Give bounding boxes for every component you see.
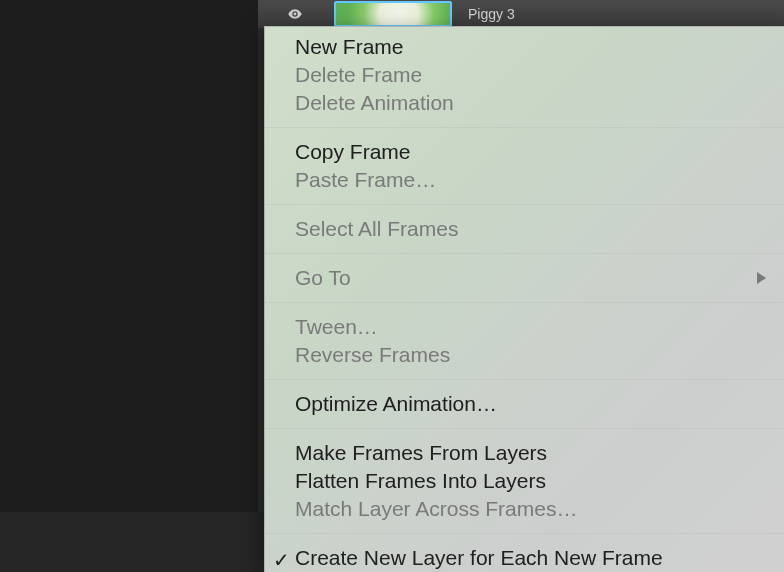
menu-item-tween[interactable]: Tween… bbox=[265, 313, 784, 341]
canvas-area bbox=[0, 0, 258, 512]
layers-row: Piggy 3 bbox=[258, 0, 784, 28]
menu-separator bbox=[265, 379, 784, 380]
menu-item-go-to[interactable]: Go To bbox=[265, 264, 784, 292]
menu-item-paste-frame[interactable]: Paste Frame… bbox=[265, 166, 784, 194]
app-root: Piggy 3 New Frame Delete Frame Delete An… bbox=[0, 0, 784, 572]
menu-item-delete-frame[interactable]: Delete Frame bbox=[265, 61, 784, 89]
layer-thumbnail[interactable] bbox=[334, 1, 452, 27]
menu-item-optimize-animation[interactable]: Optimize Animation… bbox=[265, 390, 784, 418]
menu-item-copy-frame[interactable]: Copy Frame bbox=[265, 138, 784, 166]
timeline-flyout-menu: New Frame Delete Frame Delete Animation … bbox=[264, 26, 784, 572]
menu-item-new-frame[interactable]: New Frame bbox=[265, 33, 784, 61]
menu-separator bbox=[265, 204, 784, 205]
submenu-arrow-icon bbox=[757, 272, 766, 284]
checkmark-icon: ✓ bbox=[273, 546, 290, 572]
menu-item-match-layer-across-frames[interactable]: Match Layer Across Frames… bbox=[265, 495, 784, 523]
menu-separator bbox=[265, 127, 784, 128]
menu-item-flatten-frames-into-layers[interactable]: Flatten Frames Into Layers bbox=[265, 467, 784, 495]
layer-name-label[interactable]: Piggy 3 bbox=[468, 6, 515, 22]
eye-icon bbox=[287, 6, 303, 22]
menu-separator bbox=[265, 533, 784, 534]
menu-item-label: Create New Layer for Each New Frame bbox=[295, 546, 663, 569]
menu-item-make-frames-from-layers[interactable]: Make Frames From Layers bbox=[265, 439, 784, 467]
menu-item-delete-animation[interactable]: Delete Animation bbox=[265, 89, 784, 117]
menu-item-label: Go To bbox=[295, 266, 351, 289]
menu-item-create-new-layer-each-frame[interactable]: ✓ Create New Layer for Each New Frame bbox=[265, 544, 784, 572]
menu-item-select-all-frames[interactable]: Select All Frames bbox=[265, 215, 784, 243]
menu-separator bbox=[265, 302, 784, 303]
visibility-cell[interactable] bbox=[258, 6, 332, 22]
menu-separator bbox=[265, 428, 784, 429]
menu-item-reverse-frames[interactable]: Reverse Frames bbox=[265, 341, 784, 369]
menu-separator bbox=[265, 253, 784, 254]
